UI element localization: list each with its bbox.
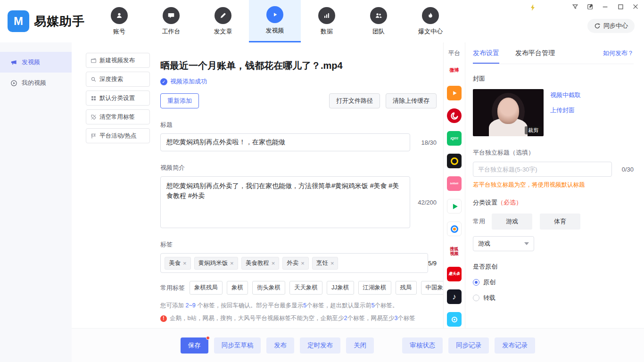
radio-icon[interactable] <box>473 279 479 286</box>
review-status-button[interactable]: 审核状态 <box>402 337 443 354</box>
scheduled-publish-button[interactable]: 定时发布 <box>300 337 340 354</box>
tag-text: 美食 <box>169 259 181 267</box>
platform-weibo-icon[interactable]: 微博 <box>447 63 462 78</box>
clear-upload-cache-button[interactable]: 清除上传缓存 <box>386 93 437 108</box>
action-label: 新建视频发布 <box>99 57 135 65</box>
top-nav-item-label: 发视频 <box>266 26 284 35</box>
compose-icon[interactable] <box>586 3 594 10</box>
readd-button[interactable]: 重新添加 <box>160 93 199 108</box>
capture-from-video-link[interactable]: 视频中截取 <box>550 91 581 99</box>
tag-chip[interactable]: 烹饪× <box>312 257 339 270</box>
top-nav-item-team[interactable]: 团队 <box>353 0 405 42</box>
platform-weishi-icon[interactable] <box>447 312 462 327</box>
action-deep-search[interactable]: 深度搜索 <box>86 72 150 87</box>
flame-icon <box>422 7 439 24</box>
remove-tag-icon[interactable]: × <box>272 260 275 266</box>
text-part: 个标签 <box>397 315 415 321</box>
network-icon[interactable] <box>571 3 579 10</box>
action-label: 深度搜索 <box>99 75 123 83</box>
promo-icon[interactable] <box>529 4 537 11</box>
platform-douyin-icon[interactable]: ♪ <box>447 289 462 304</box>
platform-bilibili-icon[interactable]: bilibili <box>447 176 462 191</box>
category-quick-button[interactable]: 体育 <box>540 214 580 230</box>
top-nav-item-label: 数据 <box>321 27 333 36</box>
top-nav-item-account[interactable]: 账号 <box>93 0 145 42</box>
tags-label: 标签 <box>160 240 437 249</box>
platform-strip: 平台 微博iQIYIbilibili搜狐 视频趣头条♪ <box>443 42 465 328</box>
description-textarea[interactable]: 想吃黄焖鸡别再点外卖了，我们在家也能做，方法很简单#黄焖鸡米饭 #美食 #美食教… <box>160 176 410 228</box>
sync-records-button[interactable]: 同步记录 <box>448 337 489 354</box>
platform-ifeng-icon[interactable] <box>447 108 462 123</box>
sync-center-button[interactable]: 同步中心 <box>587 19 635 33</box>
common-tags-row: 常用标签 象棋残局象棋街头象棋天天象棋JJ象棋江湖象棋残局中国象棋 <box>160 281 437 295</box>
platform-dayu-icon[interactable] <box>447 154 462 168</box>
refresh-icon <box>594 23 601 29</box>
upload-status: ✓ 视频添加成功 <box>160 77 437 86</box>
platform-green-play-video-icon[interactable] <box>447 199 462 214</box>
tag-chip[interactable]: 黄焖鸡米饭× <box>194 257 238 270</box>
common-tag-chip[interactable]: 天天象棋 <box>289 281 322 295</box>
platform-haokan-video-icon[interactable] <box>447 86 462 100</box>
publish-settings-panel: 发布设置发布平台管理如何发布？ 封面 裁剪 视频中截取 上传封面 平台独立标题（… <box>465 42 644 328</box>
action-clear-common-tags[interactable]: 清空常用标签 <box>86 109 150 124</box>
tag-chip[interactable]: 美食教程× <box>241 257 280 270</box>
close-button[interactable]: 关闭 <box>346 337 374 354</box>
common-tag-chip[interactable]: 象棋 <box>227 281 248 295</box>
tab-publish-settings[interactable]: 发布设置 <box>473 42 499 64</box>
independent-title-input[interactable] <box>473 162 612 177</box>
top-nav-item-publish-video[interactable]: 发视频 <box>249 0 301 42</box>
original-option-checked[interactable]: 原创 <box>473 278 634 287</box>
remove-tag-icon[interactable]: × <box>301 260 305 266</box>
megaphone-icon <box>10 59 17 66</box>
platform-blue-ring-platform-icon[interactable] <box>447 222 462 236</box>
text-part: 5 <box>372 302 375 309</box>
cover-thumbnail[interactable]: 裁剪 <box>473 89 544 136</box>
action-platform-activity[interactable]: 平台活动/热点 <box>86 128 150 143</box>
tag-slash-icon <box>91 114 97 120</box>
radio-icon[interactable] <box>473 295 479 301</box>
common-tag-chip[interactable]: JJ象棋 <box>327 281 354 295</box>
tags-input-box[interactable]: 美食×黄焖鸡米饭×美食教程×外卖×烹饪× <box>160 253 428 273</box>
remove-tag-icon[interactable]: × <box>230 260 234 266</box>
platform-sohu-video-icon[interactable]: 搜狐 视频 <box>447 244 462 259</box>
remove-tag-icon[interactable]: × <box>183 260 187 266</box>
original-option-unchecked[interactable]: 转载 <box>473 294 634 302</box>
sidebar-item-publish-video[interactable]: 发视频 <box>0 52 72 73</box>
common-tag-chip[interactable]: 街头象棋 <box>252 281 285 295</box>
tag-chip[interactable]: 美食× <box>165 257 191 270</box>
remove-tag-icon[interactable]: × <box>330 260 334 266</box>
top-nav-item-publish-article[interactable]: 发文章 <box>197 0 249 42</box>
notification-dot <box>206 336 210 340</box>
category-quick-button[interactable]: 游戏 <box>492 214 532 230</box>
top-nav-item-hot-center[interactable]: 爆文中心 <box>405 0 456 42</box>
app-logo-icon: M <box>8 10 29 32</box>
action-default-category-settings[interactable]: 默认分类设置 <box>86 90 150 106</box>
top-nav-item-data[interactable]: 数据 <box>301 0 353 42</box>
top-nav-item-workbench[interactable]: 工作台 <box>145 0 197 42</box>
common-tag-chip[interactable]: 江湖象棋 <box>358 281 391 295</box>
tab-publish-platform-manage[interactable]: 发布平台管理 <box>515 42 555 64</box>
sync-to-draft-button[interactable]: 同步至草稿 <box>214 337 261 354</box>
minimize-button[interactable] <box>602 3 609 10</box>
action-new-video-publish[interactable]: 新建视频发布 <box>86 53 150 68</box>
common-tag-chip[interactable]: 象棋残局 <box>190 281 223 295</box>
tag-chip[interactable]: 外卖× <box>282 257 309 270</box>
upload-cover-link[interactable]: 上传封面 <box>550 106 581 115</box>
sidebar-item-my-videos[interactable]: 我的视频 <box>0 73 72 93</box>
title-counter: 18/30 <box>410 139 437 146</box>
title-input[interactable] <box>160 133 410 151</box>
how-to-publish-link[interactable]: 如何发布？ <box>603 49 634 58</box>
maximize-button[interactable] <box>617 3 624 10</box>
crop-button[interactable]: 裁剪 <box>525 126 542 134</box>
platform-qutoutiao-icon[interactable]: 趣头条 <box>447 267 462 281</box>
video-form: 晒最近一个月账单，钱都花在哪儿了？.mp4 ✓ 视频添加成功 重新添加 打开文件… <box>156 42 443 328</box>
platform-iqiyi-icon[interactable]: iQIYI <box>447 131 462 146</box>
close-button[interactable] <box>632 3 639 10</box>
publish-records-button[interactable]: 发布记录 <box>495 337 535 354</box>
open-file-path-button[interactable]: 打开文件路径 <box>329 93 380 108</box>
save-button[interactable]: 保存 <box>181 337 208 354</box>
tags-warning: ! 企鹅，b站，网易，搜狗，大风号平台视频标签不能为空，企鹅至少2个标签，网易至… <box>160 314 437 322</box>
category-select[interactable]: 游戏 <box>473 236 534 251</box>
publish-button[interactable]: 发布 <box>266 337 294 354</box>
common-tag-chip[interactable]: 残局 <box>396 281 417 295</box>
